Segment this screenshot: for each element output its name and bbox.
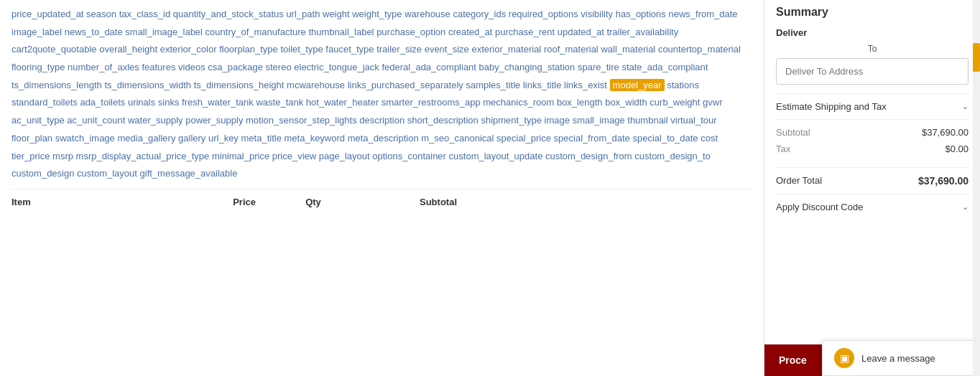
tag-item[interactable]: swatch_image — [55, 133, 115, 144]
tag-item[interactable]: short_description — [407, 115, 479, 126]
tag-item[interactable]: cart2quote_quotable — [11, 44, 97, 55]
tag-item[interactable]: quantity_and_stock_status — [173, 9, 284, 19]
scrollbar-thumb[interactable] — [973, 43, 980, 72]
tag-item[interactable]: special_price — [496, 133, 551, 144]
tag-item[interactable]: box_length — [557, 97, 603, 108]
tag-item[interactable]: faucet_type — [325, 44, 374, 55]
tag-item[interactable]: ts_dimensions_height — [194, 80, 285, 90]
tag-item[interactable]: country_of_manufacture — [205, 27, 306, 37]
tag-item[interactable]: minimal_price — [212, 151, 269, 161]
tag-item[interactable]: has_options — [616, 9, 666, 19]
tag-item[interactable]: wall_material — [601, 44, 655, 55]
tag-item[interactable]: m_seo_canonical — [421, 133, 494, 144]
tag-item[interactable]: ada_toilets — [80, 97, 125, 108]
tag-item[interactable]: flooring_type — [11, 62, 65, 72]
tag-item[interactable]: news_from_date — [668, 9, 737, 19]
tag-item[interactable]: visibility — [581, 9, 613, 19]
tag-item[interactable]: mcwarehouse — [287, 80, 345, 90]
tag-item[interactable]: meta_description — [348, 133, 419, 144]
tag-item[interactable]: number_of_axles — [68, 62, 139, 72]
tag-item[interactable]: price_updated_at — [11, 9, 83, 19]
tag-item[interactable]: spare_tire — [578, 62, 619, 72]
tag-item[interactable]: ts_dimensions_length — [11, 80, 102, 90]
tag-item[interactable]: water_supply — [128, 115, 183, 126]
tag-item[interactable]: links_purchased_separately — [348, 80, 463, 90]
tag-item[interactable]: price_view — [272, 151, 316, 161]
tag-item[interactable]: news_to_date — [65, 27, 123, 37]
tag-item[interactable]: page_layout — [319, 151, 370, 161]
tag-item[interactable]: meta_title — [241, 133, 282, 144]
tag-item[interactable]: purchase_rent — [495, 27, 555, 37]
tag-item[interactable]: stereo — [266, 62, 292, 72]
tag-item[interactable]: virtual_tour — [670, 115, 716, 126]
tag-item[interactable]: hot_water_heater — [306, 97, 379, 108]
tag-item[interactable]: sinks — [158, 97, 180, 108]
tag-item[interactable]: media_gallery — [117, 133, 175, 144]
tag-item[interactable]: trailer_size — [376, 44, 422, 55]
tag-item[interactable]: mechanics_room — [483, 97, 554, 108]
tag-item[interactable]: features — [142, 62, 175, 72]
tag-item[interactable]: floorplan_type — [219, 44, 278, 55]
tag-item[interactable]: power_supply — [185, 115, 243, 126]
tag-item[interactable]: standard_toilets — [11, 97, 78, 108]
tag-item[interactable]: url_key — [208, 133, 239, 144]
tag-item[interactable]: image_label — [11, 27, 62, 37]
tag-item[interactable]: purchase_option — [376, 27, 445, 37]
tag-item[interactable]: countertop_material — [658, 44, 741, 55]
tag-item[interactable]: links_title — [523, 80, 561, 90]
tag-item[interactable]: fresh_water_tank — [182, 97, 254, 108]
tag-item[interactable]: description — [359, 115, 405, 126]
tag-item[interactable]: tax_class_id — [119, 9, 171, 19]
tag-item[interactable]: gift_message_available — [140, 168, 238, 179]
apply-discount-row[interactable]: Apply Discount Code ⌄ — [776, 194, 969, 220]
tag-item[interactable]: toilet_type — [280, 44, 323, 55]
tag-item[interactable]: thumbnail_label — [308, 27, 374, 37]
tag-item[interactable]: smarter_restrooms_app — [382, 97, 481, 108]
tag-item[interactable]: roof_material — [544, 44, 598, 55]
tag-item[interactable]: exterior_color — [160, 44, 217, 55]
tag-item[interactable]: warehouse — [405, 9, 450, 19]
tag-item[interactable]: waste_tank — [256, 97, 303, 108]
tag-item[interactable]: stations — [667, 80, 699, 90]
tag-item[interactable]: floor_plan — [11, 133, 52, 144]
tag-item[interactable]: custom_design_to — [634, 151, 711, 161]
tag-item[interactable]: options_container — [372, 151, 446, 161]
tag-item[interactable]: custom_layout_update — [449, 151, 543, 161]
tag-item[interactable]: thumbnail — [627, 115, 667, 126]
tag-item[interactable]: required_options — [509, 9, 578, 19]
tag-item[interactable]: msrp — [52, 151, 73, 161]
tag-item[interactable]: weight — [323, 9, 350, 19]
tag-item[interactable]: msrp_display_actual_price_type — [76, 151, 210, 161]
tag-item[interactable]: state_ada_compliant — [621, 62, 708, 72]
tag-item[interactable]: ac_unit_type — [11, 115, 65, 126]
tag-item[interactable]: electric_tongue_jack — [294, 62, 379, 72]
tag-item[interactable]: shipment_type — [481, 115, 542, 126]
deliver-address-input[interactable] — [776, 58, 969, 85]
tag-item[interactable]: ac_unit_count — [67, 115, 125, 126]
tag-item[interactable]: baby_changing_station — [479, 62, 575, 72]
tag-item[interactable]: meta_keyword — [285, 133, 346, 144]
tag-item[interactable]: videos — [178, 62, 205, 72]
tag-item[interactable]: gvwr — [703, 97, 722, 108]
tag-item[interactable]: samples_title — [466, 80, 520, 90]
tag-item[interactable]: box_width — [605, 97, 647, 108]
tag-item[interactable]: url_path — [286, 9, 320, 19]
tag-item[interactable]: csa_package — [208, 62, 263, 72]
tag-item[interactable]: image — [545, 115, 570, 126]
tag-item[interactable]: category_ids — [453, 9, 506, 19]
tag-item[interactable]: weight_type — [352, 9, 402, 19]
estimate-shipping-row[interactable]: Estimate Shipping and Tax ⌄ — [776, 93, 969, 120]
tag-item[interactable]: tier_price — [11, 151, 50, 161]
tag-item[interactable]: small_image_label — [125, 27, 203, 37]
tag-item[interactable]: custom_design_from — [545, 151, 632, 161]
tag-item[interactable]: overall_height — [99, 44, 157, 55]
tag-item[interactable]: trailer_availability — [606, 27, 678, 37]
tag-item[interactable]: custom_layout — [77, 168, 137, 179]
tag-item[interactable]: event_size — [425, 44, 469, 55]
tag-item[interactable]: custom_design — [11, 168, 74, 179]
tag-item[interactable]: ts_dimensions_width — [104, 80, 191, 90]
tag-item[interactable]: updated_at — [558, 27, 604, 37]
tag-item[interactable]: exterior_material — [471, 44, 541, 55]
tag-item[interactable]: created_at — [448, 27, 492, 37]
tag-item[interactable]: small_image — [573, 115, 625, 126]
